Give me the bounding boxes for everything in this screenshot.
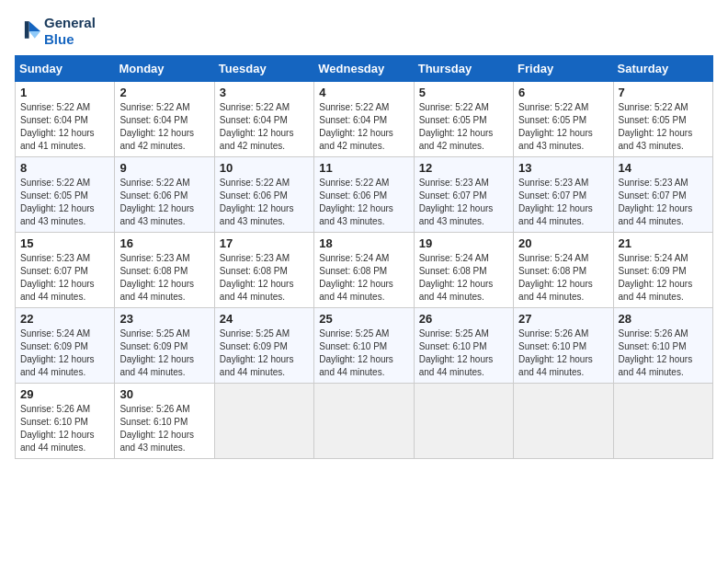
- day-info: Sunrise: 5:24 AMSunset: 6:09 PMDaylight:…: [20, 327, 109, 379]
- day-info: Sunrise: 5:24 AMSunset: 6:08 PMDaylight:…: [518, 252, 608, 304]
- calendar-cell: 15Sunrise: 5:23 AMSunset: 6:07 PMDayligh…: [16, 233, 115, 308]
- calendar-week-1: 1Sunrise: 5:22 AMSunset: 6:04 PMDaylight…: [16, 82, 713, 157]
- calendar-week-2: 8Sunrise: 5:22 AMSunset: 6:05 PMDaylight…: [16, 157, 713, 233]
- day-number: 13: [518, 161, 608, 175]
- day-number: 12: [419, 161, 508, 175]
- calendar-cell: 21Sunrise: 5:24 AMSunset: 6:09 PMDayligh…: [613, 233, 712, 308]
- day-number: 11: [319, 161, 408, 175]
- day-number: 7: [619, 86, 708, 99]
- svg-marker-2: [25, 21, 29, 39]
- day-number: 19: [419, 236, 508, 250]
- calendar-cell: 28Sunrise: 5:26 AMSunset: 6:10 PMDayligh…: [613, 308, 712, 384]
- calendar-cell: 16Sunrise: 5:23 AMSunset: 6:08 PMDayligh…: [115, 233, 214, 308]
- svg-marker-0: [29, 21, 40, 31]
- day-number: 26: [419, 312, 508, 326]
- day-info: Sunrise: 5:22 AMSunset: 6:06 PMDaylight:…: [220, 177, 309, 228]
- day-info: Sunrise: 5:22 AMSunset: 6:04 PMDaylight:…: [220, 101, 309, 153]
- calendar-week-3: 15Sunrise: 5:23 AMSunset: 6:07 PMDayligh…: [16, 233, 713, 308]
- day-info: Sunrise: 5:26 AMSunset: 6:10 PMDaylight:…: [119, 403, 209, 454]
- day-info: Sunrise: 5:22 AMSunset: 6:06 PMDaylight:…: [119, 177, 209, 228]
- day-info: Sunrise: 5:22 AMSunset: 6:04 PMDaylight:…: [319, 101, 408, 153]
- day-number: 21: [619, 236, 708, 250]
- calendar-cell: 13Sunrise: 5:23 AMSunset: 6:07 PMDayligh…: [514, 157, 613, 233]
- day-info: Sunrise: 5:24 AMSunset: 6:08 PMDaylight:…: [319, 252, 408, 304]
- calendar-cell: 3Sunrise: 5:22 AMSunset: 6:04 PMDaylight…: [214, 82, 313, 157]
- day-number: 27: [518, 312, 608, 326]
- day-number: 8: [20, 161, 109, 175]
- day-number: 17: [220, 236, 309, 250]
- day-info: Sunrise: 5:25 AMSunset: 6:09 PMDaylight:…: [220, 327, 309, 379]
- calendar-cell: 24Sunrise: 5:25 AMSunset: 6:09 PMDayligh…: [214, 308, 313, 384]
- day-info: Sunrise: 5:22 AMSunset: 6:04 PMDaylight:…: [20, 101, 109, 153]
- calendar-cell: [514, 384, 613, 459]
- day-info: Sunrise: 5:22 AMSunset: 6:06 PMDaylight:…: [319, 177, 408, 228]
- day-number: 25: [319, 312, 408, 326]
- calendar-cell: [613, 384, 712, 459]
- calendar-table: SundayMondayTuesdayWednesdayThursdayFrid…: [15, 55, 713, 459]
- calendar-header: SundayMondayTuesdayWednesdayThursdayFrid…: [16, 56, 713, 82]
- day-info: Sunrise: 5:22 AMSunset: 6:05 PMDaylight:…: [619, 101, 708, 153]
- svg-marker-1: [29, 31, 40, 39]
- day-number: 18: [319, 236, 408, 250]
- day-info: Sunrise: 5:23 AMSunset: 6:08 PMDaylight:…: [119, 252, 209, 304]
- day-info: Sunrise: 5:26 AMSunset: 6:10 PMDaylight:…: [619, 327, 708, 379]
- header: General Blue: [15, 15, 713, 48]
- calendar-cell: 8Sunrise: 5:22 AMSunset: 6:05 PMDaylight…: [16, 157, 115, 233]
- calendar-cell: 19Sunrise: 5:24 AMSunset: 6:08 PMDayligh…: [414, 233, 513, 308]
- day-info: Sunrise: 5:23 AMSunset: 6:07 PMDaylight:…: [419, 177, 508, 228]
- calendar-cell: 12Sunrise: 5:23 AMSunset: 6:07 PMDayligh…: [414, 157, 513, 233]
- calendar-body: 1Sunrise: 5:22 AMSunset: 6:04 PMDaylight…: [16, 82, 713, 459]
- calendar-cell: 17Sunrise: 5:23 AMSunset: 6:08 PMDayligh…: [214, 233, 313, 308]
- calendar-cell: 10Sunrise: 5:22 AMSunset: 6:06 PMDayligh…: [214, 157, 313, 233]
- calendar-cell: 6Sunrise: 5:22 AMSunset: 6:05 PMDaylight…: [514, 82, 613, 157]
- day-info: Sunrise: 5:22 AMSunset: 6:05 PMDaylight:…: [20, 177, 109, 228]
- logo-text-general: General: [44, 15, 96, 31]
- calendar-cell: 22Sunrise: 5:24 AMSunset: 6:09 PMDayligh…: [16, 308, 115, 384]
- calendar-cell: 11Sunrise: 5:22 AMSunset: 6:06 PMDayligh…: [314, 157, 414, 233]
- day-info: Sunrise: 5:23 AMSunset: 6:08 PMDaylight:…: [220, 252, 309, 304]
- day-number: 14: [619, 161, 708, 175]
- day-number: 28: [619, 312, 708, 326]
- calendar-cell: 1Sunrise: 5:22 AMSunset: 6:04 PMDaylight…: [16, 82, 115, 157]
- day-info: Sunrise: 5:26 AMSunset: 6:10 PMDaylight:…: [20, 403, 109, 454]
- calendar-cell: [314, 384, 414, 459]
- calendar-cell: 23Sunrise: 5:25 AMSunset: 6:09 PMDayligh…: [115, 308, 214, 384]
- calendar-week-5: 29Sunrise: 5:26 AMSunset: 6:10 PMDayligh…: [16, 384, 713, 459]
- weekday-header-monday: Monday: [115, 56, 214, 82]
- weekday-header-thursday: Thursday: [414, 56, 513, 82]
- day-number: 6: [518, 86, 608, 99]
- weekday-header-wednesday: Wednesday: [314, 56, 414, 82]
- calendar-cell: 26Sunrise: 5:25 AMSunset: 6:10 PMDayligh…: [414, 308, 513, 384]
- logo-icon: [15, 18, 40, 44]
- day-number: 30: [119, 387, 209, 401]
- logo-text-blue: Blue: [44, 31, 96, 48]
- day-number: 1: [20, 86, 109, 99]
- day-number: 20: [518, 236, 608, 250]
- day-info: Sunrise: 5:23 AMSunset: 6:07 PMDaylight:…: [518, 177, 608, 228]
- calendar-cell: [214, 384, 313, 459]
- day-info: Sunrise: 5:25 AMSunset: 6:10 PMDaylight:…: [319, 327, 408, 379]
- day-info: Sunrise: 5:25 AMSunset: 6:10 PMDaylight:…: [419, 327, 508, 379]
- calendar-cell: 5Sunrise: 5:22 AMSunset: 6:05 PMDaylight…: [414, 82, 513, 157]
- calendar-cell: 29Sunrise: 5:26 AMSunset: 6:10 PMDayligh…: [16, 384, 115, 459]
- day-number: 9: [119, 161, 209, 175]
- day-info: Sunrise: 5:22 AMSunset: 6:05 PMDaylight:…: [419, 101, 508, 153]
- calendar-cell: 18Sunrise: 5:24 AMSunset: 6:08 PMDayligh…: [314, 233, 414, 308]
- day-info: Sunrise: 5:26 AMSunset: 6:10 PMDaylight:…: [518, 327, 608, 379]
- weekday-header-sunday: Sunday: [16, 56, 115, 82]
- day-info: Sunrise: 5:25 AMSunset: 6:09 PMDaylight:…: [119, 327, 209, 379]
- day-info: Sunrise: 5:23 AMSunset: 6:07 PMDaylight:…: [619, 177, 708, 228]
- day-number: 15: [20, 236, 109, 250]
- day-info: Sunrise: 5:24 AMSunset: 6:08 PMDaylight:…: [419, 252, 508, 304]
- day-number: 24: [220, 312, 309, 326]
- calendar-cell: 14Sunrise: 5:23 AMSunset: 6:07 PMDayligh…: [613, 157, 712, 233]
- calendar-cell: 27Sunrise: 5:26 AMSunset: 6:10 PMDayligh…: [514, 308, 613, 384]
- day-number: 23: [119, 312, 209, 326]
- day-info: Sunrise: 5:22 AMSunset: 6:05 PMDaylight:…: [518, 101, 608, 153]
- day-number: 4: [319, 86, 408, 99]
- day-info: Sunrise: 5:24 AMSunset: 6:09 PMDaylight:…: [619, 252, 708, 304]
- logo: General Blue: [15, 15, 96, 48]
- day-number: 29: [20, 387, 109, 401]
- calendar-cell: 2Sunrise: 5:22 AMSunset: 6:04 PMDaylight…: [115, 82, 214, 157]
- day-number: 22: [20, 312, 109, 326]
